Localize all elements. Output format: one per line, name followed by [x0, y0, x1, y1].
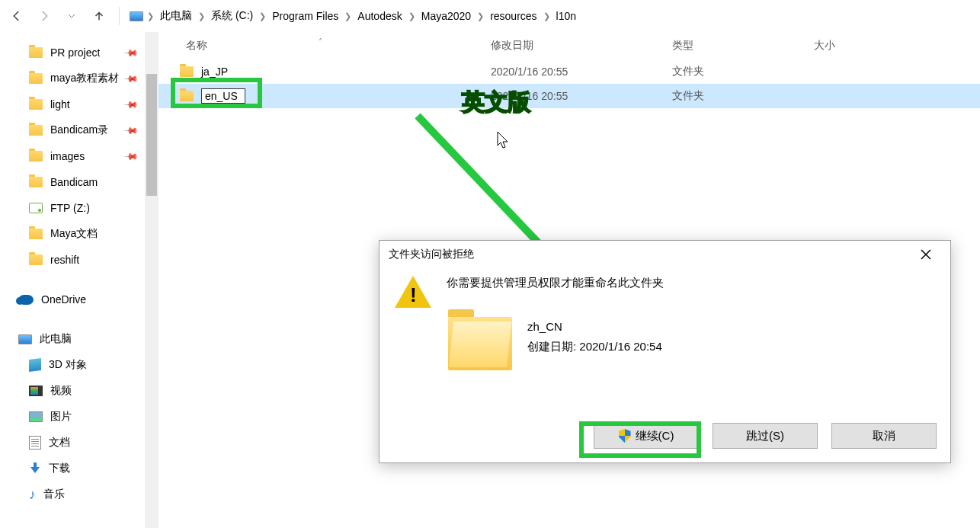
sidebar-item-label: Bandicam — [50, 176, 98, 188]
crumb-item[interactable]: 此电脑 — [157, 8, 195, 24]
warning-icon: ! — [395, 276, 431, 309]
dialog-folder-info: zh_CN 创建日期: 2020/1/16 20:54 — [527, 317, 662, 356]
column-type[interactable]: 类型 — [672, 39, 814, 53]
sidebar-item-label: FTP (Z:) — [50, 202, 90, 214]
sidebar-item[interactable]: images📌 — [0, 143, 159, 169]
sidebar: PR project📌 maya教程素材📌 light📌 Bandicam录📌 … — [0, 32, 159, 528]
download-icon — [29, 462, 41, 475]
sidebar-item-label: 文档 — [49, 436, 70, 450]
folder-icon — [29, 47, 43, 58]
sidebar-item[interactable]: 下载 — [0, 456, 159, 482]
close-button[interactable] — [911, 244, 941, 265]
pin-icon: 📌 — [123, 149, 139, 165]
folder-icon — [29, 229, 43, 239]
sidebar-item[interactable]: FTP (Z:) — [0, 195, 159, 221]
scrollbar-thumb[interactable] — [146, 74, 157, 196]
file-date: 2020/1/16 20:55 — [491, 90, 672, 102]
forward-button[interactable] — [34, 5, 55, 27]
crumb-item[interactable]: Autodesk — [354, 8, 405, 24]
file-type: 文件夹 — [672, 89, 814, 103]
crumb-item[interactable]: l10n — [553, 8, 579, 24]
column-size[interactable]: 大小 — [814, 39, 980, 53]
folder-icon — [29, 125, 43, 136]
sidebar-item-onedrive[interactable]: OneDrive — [0, 286, 159, 312]
crumb-item[interactable]: Maya2020 — [418, 8, 474, 24]
pin-icon: 📌 — [123, 71, 139, 87]
sidebar-item[interactable]: reshift — [0, 247, 159, 273]
music-icon: ♪ — [29, 487, 36, 503]
chevron-right-icon[interactable]: ❯ — [407, 11, 417, 21]
pin-icon: 📌 — [123, 45, 139, 61]
sidebar-item-label: PR project — [50, 46, 100, 59]
video-icon — [29, 386, 43, 396]
sidebar-item[interactable]: Maya文档 — [0, 221, 159, 247]
cancel-button[interactable]: 取消 — [831, 423, 937, 449]
toolbar: ❯ 此电脑 ❯ 系统 (C:) ❯ Program Files ❯ Autode… — [0, 0, 980, 32]
sidebar-item-label: maya教程素材 — [50, 72, 119, 85]
document-icon — [29, 436, 41, 450]
onedrive-icon — [18, 295, 34, 305]
sidebar-item-label: Bandicam录 — [50, 123, 108, 137]
pin-icon: 📌 — [123, 123, 139, 139]
column-date[interactable]: 修改日期 — [491, 39, 672, 53]
sidebar-item[interactable]: 图片 — [0, 404, 159, 430]
folder-icon — [180, 91, 194, 101]
separator — [119, 7, 120, 25]
sidebar-item-label: 视频 — [50, 384, 72, 398]
back-button[interactable] — [6, 5, 27, 27]
sidebar-item[interactable]: Bandicam录📌 — [0, 117, 159, 143]
sidebar-item[interactable]: 视频 — [0, 378, 159, 404]
sidebar-item-label: 3D 对象 — [49, 358, 87, 372]
sidebar-item-label: OneDrive — [41, 293, 86, 306]
breadcrumb[interactable]: ❯ 此电脑 ❯ 系统 (C:) ❯ Program Files ❯ Autode… — [129, 8, 974, 24]
pin-icon: 📌 — [123, 97, 139, 113]
cursor-icon — [497, 131, 511, 153]
pc-icon — [129, 8, 144, 24]
crumb-item[interactable]: 系统 (C:) — [208, 8, 256, 24]
file-name: ja_JP — [201, 66, 228, 78]
up-button[interactable] — [88, 5, 110, 27]
chevron-right-icon[interactable]: ❯ — [197, 11, 207, 21]
continue-button[interactable]: 继续(C) — [594, 423, 699, 449]
chevron-right-icon[interactable]: ❯ — [258, 11, 267, 21]
chevron-right-icon[interactable]: ❯ — [542, 11, 552, 21]
crumb-item[interactable]: Program Files — [269, 8, 341, 24]
file-row[interactable]: ja_JP 2020/1/16 20:55 文件夹 — [159, 59, 980, 84]
sidebar-item[interactable]: 3D 对象 — [0, 352, 159, 378]
rename-input[interactable]: en_US — [201, 88, 245, 104]
drive-icon — [29, 203, 43, 213]
folder-icon — [29, 73, 43, 84]
dialog-created-date: 创建日期: 2020/1/16 20:54 — [527, 337, 662, 357]
sidebar-item-label: 下载 — [49, 462, 70, 475]
sidebar-item-thispc[interactable]: 此电脑 — [0, 326, 159, 352]
shield-icon — [619, 429, 631, 443]
folder-icon — [29, 177, 43, 187]
sidebar-item-label: Maya文档 — [50, 227, 98, 241]
folder-icon — [29, 254, 43, 265]
sidebar-item[interactable]: maya教程素材📌 — [0, 66, 159, 91]
sidebar-item[interactable]: Bandicam — [0, 169, 159, 195]
chevron-right-icon[interactable]: ❯ — [343, 11, 353, 21]
recent-dropdown[interactable] — [61, 5, 82, 27]
folder-icon — [29, 151, 43, 162]
column-name[interactable]: 名称˄ — [159, 39, 491, 53]
sidebar-item[interactable]: light📌 — [0, 91, 159, 117]
sort-indicator-icon: ˄ — [319, 37, 322, 46]
crumb-item[interactable]: resources — [487, 8, 540, 24]
chevron-right-icon[interactable]: ❯ — [146, 11, 155, 21]
dialog-titlebar: 文件夹访问被拒绝 — [380, 241, 950, 268]
skip-button[interactable]: 跳过(S) — [713, 423, 818, 449]
folder-icon — [448, 317, 512, 370]
folder-icon — [180, 66, 194, 77]
sidebar-item-label: 图片 — [50, 410, 72, 424]
file-row[interactable]: en_US 2020/1/16 20:55 文件夹 — [159, 84, 980, 108]
file-type: 文件夹 — [672, 65, 814, 78]
chevron-right-icon[interactable]: ❯ — [476, 11, 485, 21]
folder-icon — [29, 99, 43, 110]
sidebar-item[interactable]: ♪音乐 — [0, 482, 159, 507]
sidebar-item[interactable]: 文档 — [0, 430, 159, 456]
scrollbar[interactable] — [145, 32, 159, 528]
sidebar-item-label: 音乐 — [43, 488, 65, 501]
sidebar-item[interactable]: PR project📌 — [0, 40, 159, 66]
dialog-title: 文件夹访问被拒绝 — [389, 248, 474, 261]
